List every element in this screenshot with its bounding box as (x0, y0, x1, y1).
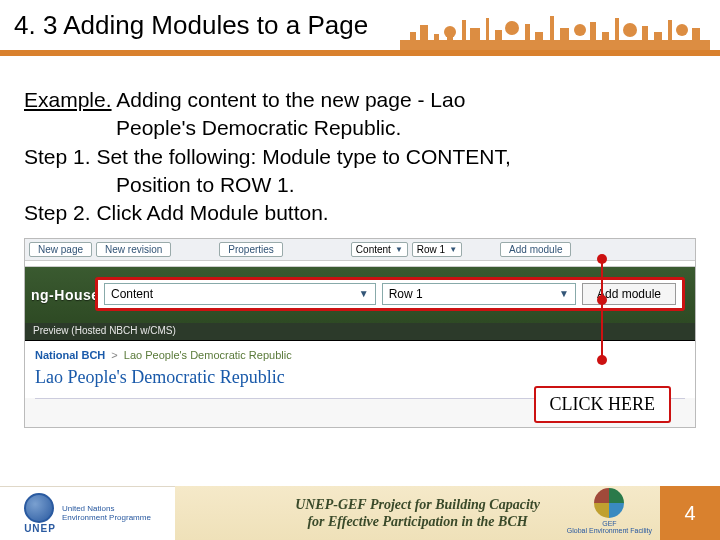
breadcrumb-separator: > (108, 349, 120, 361)
footer-gef-block: GEF Global Environment Facility (567, 488, 652, 534)
breadcrumb-current: Lao People's Democratic Republic (124, 349, 292, 361)
step2-label: Step 2. (24, 201, 96, 224)
callout-connector-line (601, 259, 603, 359)
svg-point-23 (676, 24, 688, 36)
add-module-button[interactable]: Add module (582, 283, 676, 305)
title-bar: 4. 3 Adding Modules to a Page (0, 0, 720, 56)
svg-point-10 (505, 21, 519, 35)
step1-line2: Position to ROW 1. (24, 171, 696, 199)
chevron-down-icon: ▼ (359, 288, 369, 299)
svg-rect-11 (525, 24, 530, 42)
callout-dot-icon (597, 355, 607, 365)
highlighted-controls: Content ▼ Row 1 ▼ Add module (95, 277, 685, 311)
embedded-screenshot: New page New revision Properties Content… (24, 238, 696, 428)
example-line1: Adding content to the new page - Lao (112, 88, 466, 111)
new-revision-button[interactable]: New revision (96, 242, 171, 257)
step1-label: Step 1. (24, 145, 96, 168)
svg-rect-1 (410, 32, 416, 42)
svg-rect-8 (486, 18, 489, 42)
svg-rect-9 (495, 30, 502, 42)
svg-point-19 (623, 23, 637, 37)
gef-logo-icon (594, 488, 624, 518)
svg-rect-3 (434, 34, 439, 42)
step2-text: Click Add Module button. (96, 201, 328, 224)
skyline-decoration (400, 10, 710, 50)
unep-subtext: United NationsEnvironment Programme (62, 505, 151, 523)
preview-tab[interactable]: Preview (Hosted NBCH w/CMS) (25, 323, 695, 341)
svg-rect-5 (447, 32, 453, 42)
module-type-select-small[interactable]: Content ▼ (351, 242, 408, 257)
svg-rect-12 (535, 32, 543, 42)
position-select-small[interactable]: Row 1 ▼ (412, 242, 462, 257)
svg-rect-24 (692, 28, 700, 42)
new-page-button[interactable]: New page (29, 242, 92, 257)
step1-line1: Set the following: Module type to CONTEN… (96, 145, 510, 168)
add-module-button-small[interactable]: Add module (500, 242, 571, 257)
position-select[interactable]: Row 1 ▼ (382, 283, 576, 305)
footer-line1: UNEP-GEF Project for Building Capacity (295, 496, 540, 514)
click-here-callout: CLICK HERE (534, 386, 672, 423)
gef-label: GEF (567, 520, 652, 527)
svg-rect-22 (668, 20, 672, 42)
chevron-down-icon: ▼ (395, 245, 403, 254)
svg-rect-17 (602, 32, 609, 42)
gef-subtext: Global Environment Facility (567, 527, 652, 534)
slide-footer: UNEP United NationsEnvironment Programme… (0, 486, 720, 540)
svg-rect-2 (420, 25, 428, 42)
page-number: 4 (660, 486, 720, 540)
chevron-down-icon: ▼ (449, 245, 457, 254)
unep-label: UNEP (24, 523, 56, 534)
footer-line2: for Effective Participation in the BCH (307, 513, 527, 531)
svg-rect-16 (590, 22, 596, 42)
svg-rect-6 (462, 20, 466, 42)
chevron-down-icon: ▼ (559, 288, 569, 299)
breadcrumb-root[interactable]: National BCH (35, 349, 105, 361)
breadcrumb: National BCH > Lao People's Democratic R… (25, 341, 695, 363)
module-type-value: Content (111, 287, 153, 301)
unep-logo-icon (24, 493, 54, 523)
cms-top-toolbar: New page New revision Properties Content… (25, 239, 695, 261)
position-value: Row 1 (389, 287, 423, 301)
svg-rect-18 (615, 18, 619, 42)
svg-rect-14 (560, 28, 569, 42)
position-value-small: Row 1 (417, 244, 445, 255)
site-banner: ng-House I Content ▼ Row 1 ▼ Add module (25, 267, 695, 323)
svg-rect-20 (642, 26, 648, 42)
slide-title: 4. 3 Adding Modules to a Page (14, 10, 368, 41)
callout-dot-icon (597, 295, 607, 305)
svg-point-15 (574, 24, 586, 36)
example-line2: People's Democratic Republic. (24, 114, 696, 142)
module-type-value-small: Content (356, 244, 391, 255)
svg-rect-21 (654, 32, 662, 42)
example-label: Example. (24, 88, 112, 111)
footer-unep-block: UNEP United NationsEnvironment Programme (0, 486, 175, 540)
module-type-select[interactable]: Content ▼ (104, 283, 376, 305)
svg-rect-7 (470, 28, 480, 42)
svg-rect-0 (400, 40, 710, 50)
properties-button[interactable]: Properties (219, 242, 283, 257)
body-text: Example. Adding content to the new page … (0, 56, 720, 228)
svg-rect-13 (550, 16, 554, 42)
